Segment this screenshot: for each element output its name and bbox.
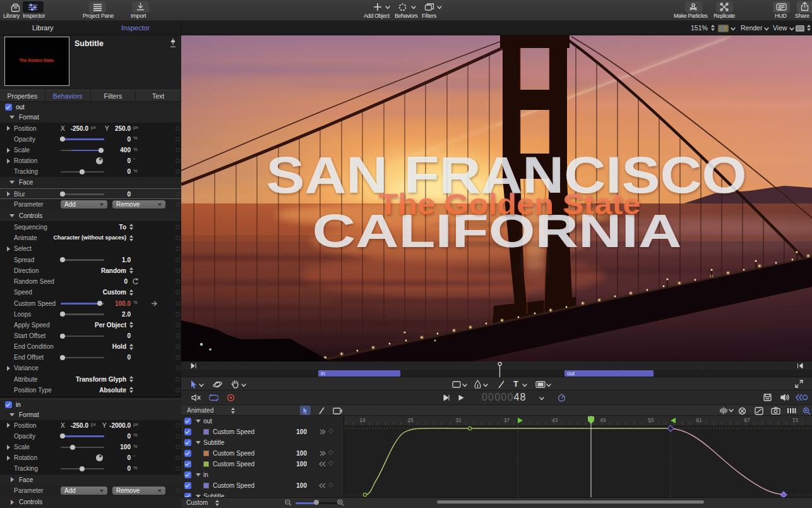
svg-text:The Golden State: The Golden State [379, 188, 641, 221]
